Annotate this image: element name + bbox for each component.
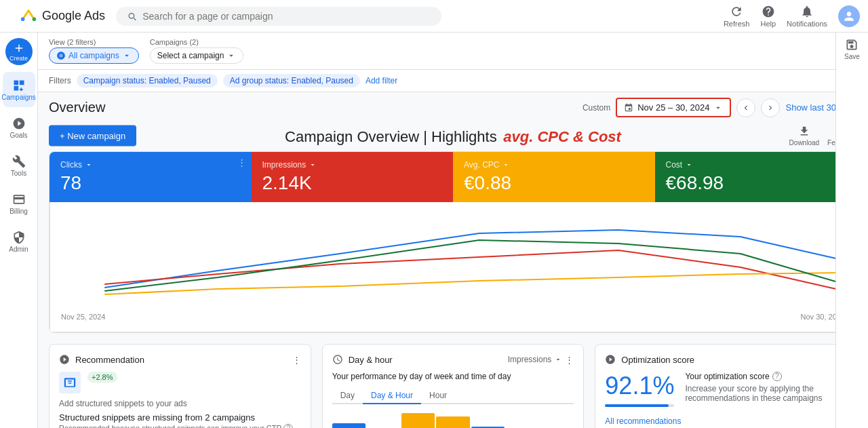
cpc-value: €0.88 bbox=[464, 172, 644, 194]
stats-cards: Clicks 78 ⋮ Impressions 2.14K Avg. CPC bbox=[50, 152, 856, 202]
opt-header: Optimization score ⋮ bbox=[605, 354, 847, 365]
opt-title: Optimization score bbox=[621, 355, 694, 365]
all-rec-link[interactable]: All recommendations bbox=[605, 416, 681, 426]
clicks-more[interactable]: ⋮ bbox=[237, 157, 246, 168]
date-next-button[interactable] bbox=[761, 98, 780, 117]
campaign-status-filter[interactable]: Campaign status: Enabled, Paused bbox=[77, 74, 218, 87]
all-campaigns-chip[interactable]: All campaigns bbox=[49, 47, 139, 64]
day-hour-title: Day & hour bbox=[349, 355, 393, 365]
adgroup-status-filter[interactable]: Ad group status: Enabled, Paused bbox=[223, 74, 360, 87]
clicks-value: 78 bbox=[60, 172, 241, 194]
overview-header: Overview Custom Nov 25 – 30, 2024 Show l… bbox=[38, 92, 868, 120]
sidebar-item-billing[interactable]: Billing bbox=[3, 186, 35, 221]
sub-header: View (2 filters) All campaigns Campaigns… bbox=[38, 33, 868, 70]
select-campaign-chip[interactable]: Select a campaign bbox=[150, 47, 244, 64]
add-filter-label: Add filter bbox=[366, 76, 397, 85]
rec-card-title: Recommendation bbox=[75, 355, 144, 365]
filters-label: Filters bbox=[49, 76, 71, 85]
save-button[interactable]: Save bbox=[844, 38, 860, 60]
rec-icon bbox=[59, 372, 81, 393]
user-avatar[interactable] bbox=[838, 5, 860, 27]
refresh-button[interactable]: Refresh bbox=[724, 5, 750, 28]
search-icon bbox=[127, 11, 137, 22]
tab-hour[interactable]: Hour bbox=[421, 388, 455, 404]
help-label: Help bbox=[760, 20, 776, 28]
tab-day-hour[interactable]: Day & Hour bbox=[363, 388, 421, 404]
overview-title: Overview bbox=[49, 100, 105, 115]
impressions-value: 2.14K bbox=[262, 172, 443, 194]
chart-svg bbox=[61, 213, 845, 308]
day-hour-header: Day & hour Impressions ⋮ bbox=[332, 354, 574, 365]
tab-day[interactable]: Day bbox=[332, 388, 363, 404]
clock-icon bbox=[332, 354, 343, 365]
create-button[interactable]: Create bbox=[5, 38, 33, 65]
sidebar-goals-label: Goals bbox=[9, 132, 27, 139]
top-nav: Google Ads Refresh Help Notifications bbox=[0, 0, 868, 33]
day-hour-tabs: Day Day & Hour Hour bbox=[332, 388, 574, 404]
day-hour-subtitle: Your performance by day of week and time… bbox=[332, 372, 574, 381]
recommendation-card: Recommendation ⋮ +2.8% Add structured sn… bbox=[49, 344, 311, 428]
main-content: View (2 filters) All campaigns Campaigns… bbox=[38, 33, 868, 428]
menu-icon[interactable] bbox=[8, 3, 19, 29]
all-campaigns-label: All campaigns bbox=[68, 51, 119, 60]
opt-desc: Increase your score by applying the reco… bbox=[685, 384, 847, 403]
opt-bar-bg bbox=[605, 404, 674, 407]
stats-chart-container: Clicks 78 ⋮ Impressions 2.14K Avg. CPC bbox=[49, 151, 857, 333]
chart-start-date: Nov 25, 2024 bbox=[61, 313, 105, 321]
stat-card-impressions: Impressions 2.14K bbox=[252, 152, 454, 202]
cpc-label: Avg. CPC bbox=[464, 160, 499, 170]
rec-badge: +2.8% bbox=[87, 372, 117, 383]
opt-info-icon[interactable]: ? bbox=[772, 372, 782, 381]
chart-container: Nov 25, 2024 Nov 30, 2024 bbox=[50, 202, 856, 332]
impressions-label: Impressions bbox=[262, 160, 307, 170]
add-filter-button[interactable]: Add filter bbox=[366, 76, 397, 85]
svg-point-2 bbox=[33, 17, 37, 21]
optimization-card: Optimization score ⋮ 92.1% Your optimiza… bbox=[595, 344, 857, 428]
svg-point-1 bbox=[21, 17, 25, 21]
rec-card-header: Recommendation ⋮ bbox=[59, 354, 301, 365]
day-hour-more[interactable]: ⋮ bbox=[565, 355, 574, 365]
custom-label: Custom bbox=[583, 103, 610, 113]
create-label: Create bbox=[9, 55, 28, 62]
refresh-label: Refresh bbox=[724, 20, 750, 28]
sidebar-item-campaigns[interactable]: Campaigns bbox=[3, 72, 35, 107]
notifications-label: Notifications bbox=[787, 20, 827, 28]
day-hour-chart bbox=[332, 410, 574, 428]
sidebar-billing-label: Billing bbox=[9, 208, 28, 215]
campaigns-filter-label: Campaigns (2) bbox=[150, 38, 244, 46]
date-picker-button[interactable]: Nov 25 – 30, 2024 bbox=[616, 98, 731, 117]
new-campaign-button[interactable]: + New campaign bbox=[49, 125, 136, 147]
campaign-title-plain: Campaign Overview | Highlights bbox=[285, 128, 497, 145]
logo-svg bbox=[19, 7, 38, 26]
download-button[interactable]: Download bbox=[789, 125, 819, 147]
new-campaign-label: + New campaign bbox=[60, 131, 125, 141]
sidebar-item-goals[interactable]: Goals bbox=[3, 110, 35, 145]
view-label: View (2 filters) bbox=[49, 38, 139, 46]
sidebar-item-admin[interactable]: Admin bbox=[3, 224, 35, 259]
date-range-label: Nov 25 – 30, 2024 bbox=[637, 102, 709, 113]
save-panel: Save bbox=[835, 33, 868, 428]
bottom-cards-row1: Recommendation ⋮ +2.8% Add structured sn… bbox=[49, 344, 857, 428]
optimization-icon bbox=[605, 354, 616, 365]
app-logo: Google Ads bbox=[19, 7, 105, 26]
search-bar[interactable] bbox=[116, 7, 441, 26]
rec-add-snippets: Add structured snippets to your ads bbox=[59, 399, 301, 408]
campaign-title-highlight: avg. CPC & Cost bbox=[503, 128, 621, 145]
notifications-button[interactable]: Notifications bbox=[787, 5, 827, 28]
day-hour-card: Day & hour Impressions ⋮ Your performanc… bbox=[322, 344, 585, 428]
clicks-label: Clicks bbox=[60, 160, 82, 170]
sidebar-campaigns-label: Campaigns bbox=[1, 94, 36, 101]
rec-card-more[interactable]: ⋮ bbox=[292, 355, 301, 365]
rec-desc: Recommended because structured snippets … bbox=[59, 424, 301, 428]
rec-title: Structured snippets are missing from 2 c… bbox=[59, 412, 301, 423]
sidebar-tools-label: Tools bbox=[11, 170, 26, 177]
download-label: Download bbox=[789, 139, 819, 147]
sidebar-item-tools[interactable]: Tools bbox=[3, 148, 35, 183]
search-input[interactable] bbox=[142, 11, 431, 22]
date-prev-button[interactable] bbox=[736, 98, 755, 117]
opt-content: 92.1% Your optimization score ? Increase… bbox=[605, 372, 847, 411]
stat-card-cost: Cost €68.98 ⋮ bbox=[655, 152, 857, 202]
help-button[interactable]: Help bbox=[760, 5, 776, 28]
rec-info-icon[interactable]: ? bbox=[283, 424, 293, 428]
sidebar-admin-label: Admin bbox=[9, 246, 28, 253]
